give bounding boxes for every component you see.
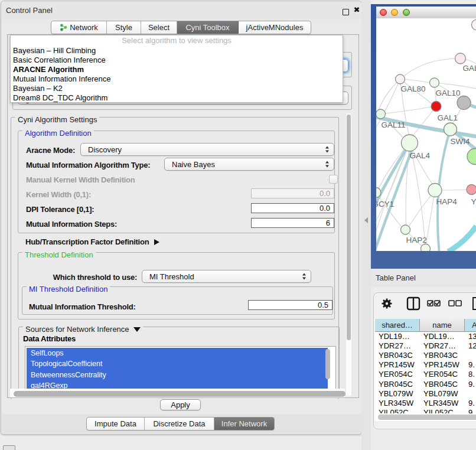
- network-node-swi4[interactable]: [444, 123, 457, 136]
- mac-close-icon[interactable]: [380, 9, 387, 16]
- table-row[interactable]: YBR043CYBR043C: [374, 351, 476, 360]
- network-canvas[interactable]: GALGAL80GAL10GAL1GAL11SWI4GAL4GCY1HAP4YH…: [376, 18, 476, 251]
- network-window-titlebar[interactable]: [376, 6, 476, 19]
- network-edge[interactable]: [400, 58, 460, 79]
- attribute-item[interactable]: BetweennessCentrality: [27, 370, 328, 380]
- table-hscrollbar-thumb[interactable]: [378, 415, 476, 420]
- close-icon[interactable]: ✖: [352, 5, 361, 15]
- network-node-hap4[interactable]: [428, 184, 442, 197]
- settings-vscrollbar-thumb[interactable]: [347, 115, 351, 340]
- table-row[interactable]: YBR045CYBR045C9.: [374, 380, 476, 389]
- algorithm-definition-title: Algorithm Definition: [22, 128, 94, 139]
- dropdown-item[interactable]: Mutual Information Inference: [11, 74, 343, 84]
- attribute-item[interactable]: gal4RGexp: [27, 380, 328, 389]
- float-window-icon[interactable]: [343, 9, 349, 15]
- mi-type-combobox[interactable]: Naive Bayes: [164, 158, 334, 171]
- dpi-tolerance-field[interactable]: 0.0: [251, 203, 334, 213]
- manual-kernel-label: Manual Kernel Width Definition: [26, 175, 135, 184]
- network-node-gal[interactable]: [455, 53, 465, 64]
- network-node-gal80[interactable]: [395, 74, 405, 84]
- network-node-gal10[interactable]: [429, 78, 439, 87]
- data-attributes-list[interactable]: SelfLoopsTopologicalCoefficientBetweenne…: [25, 346, 336, 389]
- kernel-width-label: Kernel Width (0,1):: [26, 190, 91, 199]
- mac-minimize-icon[interactable]: [391, 9, 398, 16]
- mi-threshold-field[interactable]: 0.5: [248, 300, 332, 310]
- table-cell: 9.: [468, 380, 476, 389]
- table-row[interactable]: YBL079WYBL079W: [374, 389, 476, 399]
- mac-zoom-icon[interactable]: [403, 9, 410, 16]
- tab-network[interactable]: Network: [51, 21, 107, 34]
- tab-jactivemnodules[interactable]: jActiveMNodules: [239, 21, 311, 34]
- dropdown-item[interactable]: Dream8 DC_TDC Algorithm: [11, 93, 343, 103]
- algorithm-definition-group: Algorithm Definition Aracne Mode: Discov…: [18, 131, 335, 233]
- table-panel-header[interactable]: Table Panel: [371, 269, 476, 287]
- expand-right-icon[interactable]: [154, 239, 159, 245]
- table-row[interactable]: YLR345WYLR345W9.: [374, 399, 476, 408]
- network-node[interactable]: [467, 149, 476, 165]
- table-cell: 8.: [468, 370, 476, 379]
- network-node-gal11[interactable]: [376, 109, 386, 119]
- attributes-vscrollbar-thumb[interactable]: [325, 349, 330, 379]
- tab-cyni-toolbox[interactable]: Cyni Toolbox: [177, 21, 239, 34]
- tab-label: Network: [70, 23, 98, 32]
- apply-button[interactable]: Apply: [160, 399, 201, 410]
- split-columns-icon[interactable]: [407, 298, 419, 309]
- tab-select[interactable]: Select: [141, 21, 177, 34]
- network-node-label: SWI4: [450, 137, 470, 146]
- network-edge[interactable]: [380, 107, 431, 114]
- table-row[interactable]: YDR27…YDR27…12.: [374, 341, 476, 351]
- network-node-gal1[interactable]: [431, 102, 441, 112]
- network-edge[interactable]: [378, 79, 400, 111]
- gear-icon[interactable]: [382, 299, 392, 309]
- table-row[interactable]: YDL19…YDL19…13.: [374, 332, 476, 341]
- control-panel-titlebar[interactable]: Control Panel ✖: [1, 1, 361, 19]
- network-node-gal4[interactable]: [401, 135, 418, 151]
- tab-impute-data[interactable]: Impute Data: [87, 418, 145, 430]
- attribute-item[interactable]: TopologicalCoefficient: [27, 358, 328, 369]
- dropdown-item[interactable]: Bayesian – Hill Climbing: [11, 46, 343, 56]
- collapse-down-icon[interactable]: [133, 327, 141, 332]
- table-hscrollbar-track[interactable]: [374, 413, 476, 421]
- settings-vscrollbar-track[interactable]: [346, 113, 351, 396]
- tab-label: jActiveMNodules: [246, 23, 304, 32]
- mi-steps-field[interactable]: 6: [251, 218, 334, 228]
- column-header-shared[interactable]: shared…: [375, 319, 420, 332]
- tab-discretize-data[interactable]: Discretize Data: [145, 418, 214, 430]
- column-header-A[interactable]: A: [465, 319, 476, 332]
- document-icon[interactable]: [473, 298, 476, 309]
- table-cell: YDL19…: [423, 332, 464, 341]
- settings-hscrollbar-track[interactable]: [10, 389, 345, 397]
- dropdown-item[interactable]: Bayesian – K2: [11, 84, 343, 93]
- network-edge[interactable]: [426, 190, 435, 244]
- dropdown-item[interactable]: ARACNE Algorithm: [11, 65, 343, 74]
- minimized-window-icon[interactable]: [3, 445, 15, 450]
- column-header-name[interactable]: name: [420, 319, 465, 332]
- network-edge[interactable]: [434, 83, 476, 89]
- network-node[interactable]: [420, 244, 430, 251]
- split-pane-divider[interactable]: [361, 0, 371, 450]
- deselect-all-icon[interactable]: [449, 301, 461, 306]
- network-node[interactable]: [471, 19, 476, 30]
- dropdown-item[interactable]: Basic Correlation Inference: [11, 56, 343, 65]
- tab-style[interactable]: Style: [107, 21, 141, 34]
- table-cell: [468, 351, 476, 360]
- network-edge[interactable]: [376, 143, 410, 230]
- which-threshold-combobox[interactable]: MI Threshold: [142, 270, 311, 283]
- control-panel-title: Control Panel: [6, 1, 53, 19]
- table-row[interactable]: YER054CYER054C8.: [374, 370, 476, 379]
- aracne-mode-combobox[interactable]: Discovery: [80, 143, 334, 156]
- tab-infer-network[interactable]: Infer Network: [214, 418, 274, 430]
- table-row[interactable]: YPR145WYPR145W9.: [374, 360, 476, 370]
- manual-kernel-checkbox[interactable]: [329, 175, 338, 184]
- collapse-left-icon[interactable]: [364, 217, 368, 223]
- kernel-width-field[interactable]: 0.0: [251, 188, 334, 198]
- attribute-item[interactable]: SelfLoops: [27, 348, 328, 358]
- hub-definition-row[interactable]: Hub/Transcription Factor Definition: [25, 237, 159, 246]
- select-all-icon[interactable]: [428, 301, 440, 306]
- network-node-y[interactable]: [467, 185, 476, 195]
- settings-hscrollbar-thumb[interactable]: [14, 391, 345, 397]
- network-node[interactable]: [457, 96, 471, 110]
- network-edge[interactable]: [448, 226, 476, 251]
- network-node-hap2[interactable]: [400, 225, 410, 234]
- network-edge[interactable]: [412, 106, 436, 136]
